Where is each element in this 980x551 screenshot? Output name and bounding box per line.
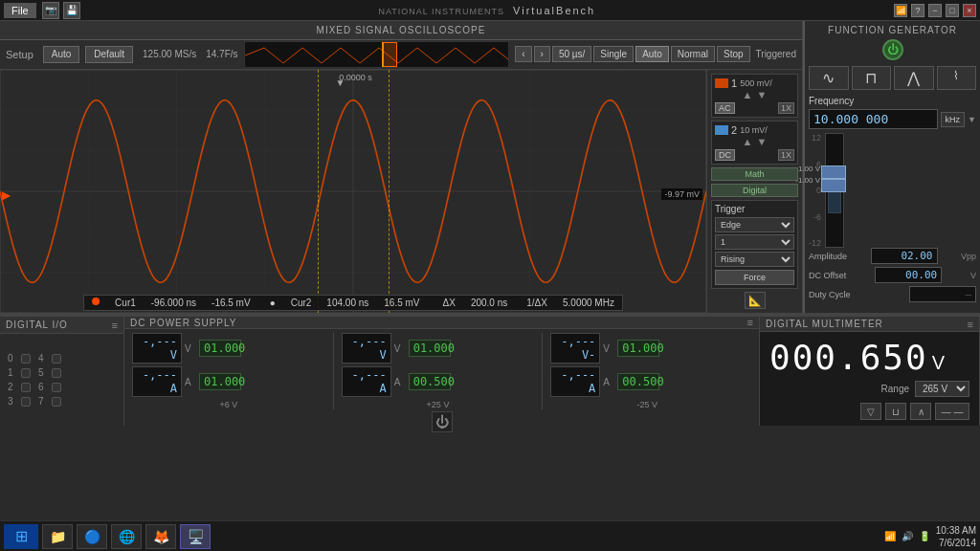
psu-power-button[interactable]: ⏻ bbox=[432, 411, 453, 432]
dio-channels: 0 1 2 3 bbox=[8, 353, 116, 407]
psu-current-set-3[interactable]: 00.500 bbox=[617, 373, 659, 390]
fg-slider-track[interactable]: 1.00 V -1.00 V bbox=[825, 133, 844, 248]
fg-unit-dropdown-icon[interactable]: ▼ bbox=[968, 115, 976, 124]
ch2-1x-button[interactable]: 1X bbox=[778, 149, 794, 161]
fg-slider-thumb-bot[interactable] bbox=[821, 179, 846, 192]
time-per-div[interactable]: 50 µs/ bbox=[552, 46, 591, 62]
trigger-status: Triggered bbox=[756, 49, 796, 59]
dmm-menu-icon[interactable]: ≡ bbox=[968, 319, 973, 330]
ruler-icon[interactable]: 📐 bbox=[745, 292, 766, 309]
ch2-dc-button[interactable]: DC bbox=[715, 149, 735, 161]
ch1-down-arrow[interactable]: ▼ bbox=[757, 89, 768, 100]
maximize-button[interactable]: □ bbox=[946, 4, 959, 17]
ch1-up-arrow[interactable]: ▲ bbox=[743, 89, 753, 100]
dmm-icon-4[interactable]: — — bbox=[935, 403, 969, 420]
psu-menu-icon[interactable]: ≡ bbox=[747, 317, 753, 328]
auto-button[interactable]: Auto bbox=[43, 46, 80, 63]
digital-button[interactable]: Digital bbox=[711, 184, 798, 197]
start-button[interactable]: ⊞ bbox=[4, 524, 38, 549]
square-wave-button[interactable]: ⊓ bbox=[852, 66, 892, 90]
dmm-icon-3[interactable]: ∧ bbox=[910, 403, 931, 420]
waveform-minimap[interactable] bbox=[244, 41, 510, 68]
minimap-svg bbox=[245, 42, 509, 68]
question-icon[interactable]: ? bbox=[911, 4, 924, 17]
dio-menu-icon[interactable]: ≡ bbox=[112, 320, 118, 331]
fg-frequency-unit[interactable]: kHz bbox=[941, 112, 966, 127]
dio-led-0[interactable] bbox=[21, 354, 31, 364]
math-button[interactable]: Math bbox=[711, 167, 798, 181]
dio-led-7[interactable] bbox=[52, 397, 61, 407]
trigger-type-select[interactable]: Edge bbox=[715, 217, 794, 232]
minimize-button[interactable]: − bbox=[928, 4, 942, 17]
sine-wave-button[interactable]: ∿ bbox=[809, 66, 849, 90]
oscilloscope-panel: MIXED SIGNAL OSCILLOSCOPE Setup Auto Def… bbox=[0, 21, 803, 313]
psu-a-unit-1: A bbox=[185, 377, 196, 387]
ch2-down-arrow[interactable]: ▼ bbox=[757, 136, 768, 147]
digital-io-panel: DIGITAL I/O ≡ 0 1 2 bbox=[0, 317, 124, 426]
digital-multimeter-panel: DIGITAL MULTIMETER ≡ 000.650 V Range 265… bbox=[760, 317, 980, 426]
dio-led-1[interactable] bbox=[21, 368, 31, 378]
ch2-up-arrow[interactable]: ▲ bbox=[743, 136, 753, 147]
dc-offset-value[interactable]: 00.00 bbox=[875, 267, 942, 283]
default-button[interactable]: Default bbox=[85, 46, 133, 63]
ch1-color-indicator bbox=[715, 78, 728, 88]
setup-label: Setup bbox=[6, 49, 33, 60]
normal-button[interactable]: Normal bbox=[671, 46, 715, 62]
taskbar-app-browser1[interactable]: 🔵 bbox=[77, 524, 107, 549]
dmm-icon-2[interactable]: ⊔ bbox=[885, 403, 906, 420]
fg-waveform-buttons: ∿ ⊓ ⋀ ⌇ bbox=[809, 66, 976, 90]
psu-current-set-1[interactable]: 01.000 bbox=[199, 373, 241, 390]
force-button[interactable]: Force bbox=[715, 270, 794, 285]
psu-voltage-set-2[interactable]: 01.000 bbox=[409, 340, 451, 357]
dmm-range-select[interactable]: 265 V 26.5 V 2.65 V bbox=[915, 381, 969, 397]
taskbar-app-virtualbench[interactable]: 🖥️ bbox=[180, 524, 211, 549]
psu-voltage-set-3[interactable]: 01.000 bbox=[617, 340, 659, 357]
fg-title: FUNCTION GENERATOR bbox=[809, 25, 976, 35]
psu-current-reading-1: -,--- A bbox=[132, 366, 182, 397]
trigger-slope-select[interactable]: Rising bbox=[715, 252, 794, 267]
ch1-ac-button[interactable]: AC bbox=[715, 102, 735, 114]
amplitude-value[interactable]: 02.00 bbox=[871, 248, 938, 264]
dio-led-3[interactable] bbox=[21, 397, 31, 407]
cursor2-voltage: 16.5 mV bbox=[384, 298, 419, 308]
auto-mode-button[interactable]: Auto bbox=[635, 46, 669, 62]
psu-current-set-2[interactable]: 00.500 bbox=[409, 373, 451, 390]
triangle-wave-button[interactable]: ⋀ bbox=[894, 66, 934, 90]
taskbar-app-explorer[interactable]: 📁 bbox=[42, 524, 73, 549]
file-menu[interactable]: File bbox=[4, 3, 36, 18]
dio-led-6[interactable] bbox=[52, 383, 61, 392]
chevron-left-icon[interactable]: ‹ bbox=[515, 46, 531, 62]
chevron-right-icon[interactable]: › bbox=[534, 46, 550, 62]
taskbar-app-browser2[interactable]: 🌐 bbox=[111, 524, 142, 549]
scope-canvas[interactable]: (function(){ var svg = document.getEleme… bbox=[0, 70, 706, 313]
dio-led-4[interactable] bbox=[52, 354, 61, 364]
fg-slider-area: 12 6 0 -6 -12 1.00 V -1.00 V bbox=[809, 133, 976, 248]
delta-x-val: 200.0 ns bbox=[471, 298, 507, 308]
dc-offset-label: DC Offset bbox=[809, 271, 846, 280]
camera-icon[interactable]: 📷 bbox=[42, 2, 59, 19]
cursor1-time: -96.000 ns bbox=[151, 298, 196, 308]
save-icon[interactable]: 💾 bbox=[63, 2, 80, 19]
psu-content: -,--- V V 01.000 -,--- A A 01.000 +6 V -… bbox=[124, 329, 759, 436]
dc-offset-row: DC Offset 00.00 V bbox=[809, 267, 976, 283]
fg-slider-thumb-top[interactable] bbox=[821, 165, 846, 179]
stop-button[interactable]: Stop bbox=[717, 46, 750, 62]
measure-icon[interactable]: 📐 bbox=[711, 292, 798, 309]
psu-power-row: ⏻ bbox=[132, 409, 751, 432]
scale-neg6: -6 bbox=[809, 212, 821, 222]
close-button[interactable]: × bbox=[963, 4, 976, 17]
dio-led-5[interactable] bbox=[52, 368, 61, 378]
dio-led-2[interactable] bbox=[21, 383, 31, 392]
dmm-icon-1[interactable]: ▽ bbox=[860, 403, 881, 420]
noise-wave-button[interactable]: ⌇ bbox=[937, 66, 977, 90]
single-button[interactable]: Single bbox=[593, 46, 634, 62]
trigger-source-select[interactable]: 1 bbox=[715, 234, 794, 250]
window-controls: 📶 ? − □ × bbox=[894, 4, 976, 17]
taskbar-app-firefox[interactable]: 🦊 bbox=[145, 524, 176, 549]
fg-frequency-display[interactable]: 10.000 000 bbox=[809, 109, 938, 129]
psu-voltage-set-1[interactable]: 01.000 bbox=[199, 340, 241, 357]
ch1-1x-button[interactable]: 1X bbox=[778, 102, 794, 114]
fg-power-button[interactable]: ⏻ bbox=[882, 39, 903, 60]
psu-channels: -,--- V V 01.000 -,--- A A 01.000 +6 V -… bbox=[132, 333, 751, 409]
dio-content: 0 1 2 3 bbox=[0, 334, 123, 426]
